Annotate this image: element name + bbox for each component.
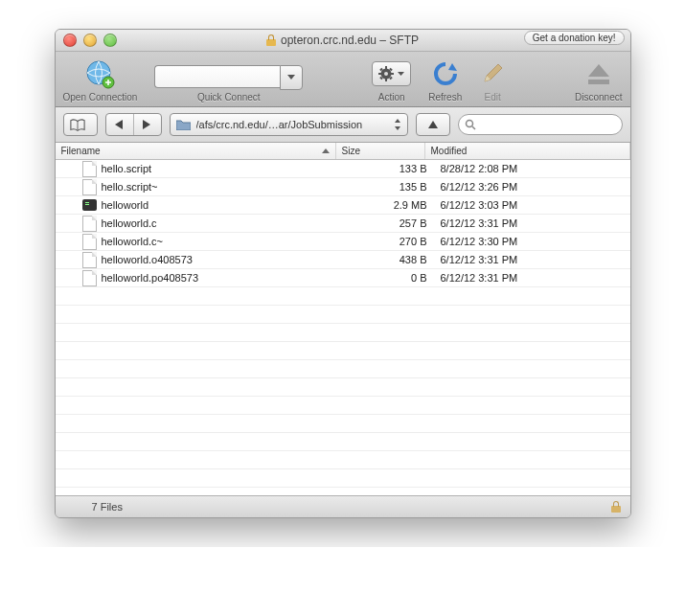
- quick-connect-input[interactable]: [154, 65, 280, 88]
- file-icon: [82, 252, 97, 268]
- file-name: helloworld.o408573: [102, 254, 193, 265]
- chevron-down-icon: [287, 75, 295, 80]
- column-modified-label: Modified: [431, 146, 468, 156]
- book-icon: [70, 119, 85, 131]
- empty-row: [56, 451, 630, 469]
- chevron-down-icon: [398, 72, 404, 77]
- file-row[interactable]: hello.script133 B8/28/12 2:08 PM: [56, 160, 630, 178]
- svg-point-3: [384, 72, 388, 76]
- up-down-arrows-icon: [394, 119, 401, 130]
- file-name: helloworld.c~: [102, 236, 164, 247]
- action-label: Action: [378, 92, 405, 103]
- pencil-icon: [479, 60, 506, 87]
- file-modified: 6/12/12 3:26 PM: [435, 181, 630, 193]
- file-size: 270 B: [351, 236, 435, 247]
- sort-ascending-icon: [322, 148, 330, 153]
- go-up-button[interactable]: [416, 113, 450, 136]
- sftp-window: opteron.crc.nd.edu – SFTP Get a donation…: [55, 29, 631, 518]
- empty-row: [56, 287, 630, 306]
- search-icon: [465, 119, 476, 130]
- empty-row: [56, 433, 630, 451]
- refresh-button[interactable]: Refresh: [428, 57, 462, 103]
- toolbar: Open Connection Quick Connect: [56, 52, 630, 107]
- close-window-button[interactable]: [63, 34, 77, 47]
- column-size[interactable]: Size: [336, 143, 425, 159]
- svg-point-14: [466, 121, 472, 127]
- file-modified: 6/12/12 3:30 PM: [435, 236, 630, 247]
- file-icon: [82, 161, 97, 177]
- disconnect-button[interactable]: Disconnect: [575, 57, 622, 103]
- column-modified[interactable]: Modified: [425, 143, 630, 159]
- triangle-right-icon: [143, 120, 151, 129]
- file-size: 135 B: [351, 181, 435, 193]
- svg-rect-4: [385, 66, 387, 69]
- quick-connect-label: Quick Connect: [197, 92, 261, 103]
- file-name: hello.script~: [102, 181, 158, 193]
- file-list[interactable]: hello.script133 B8/28/12 2:08 PMhello.sc…: [56, 160, 630, 495]
- search-field[interactable]: [458, 114, 623, 135]
- file-modified: 8/28/12 2:08 PM: [435, 163, 630, 174]
- refresh-icon: [431, 59, 460, 88]
- triangle-up-icon: [428, 121, 438, 128]
- open-connection-button[interactable]: Open Connection: [63, 57, 138, 103]
- executable-icon: [82, 199, 97, 211]
- column-filename[interactable]: Filename: [56, 143, 336, 159]
- empty-row: [56, 397, 630, 415]
- eject-icon: [584, 60, 613, 87]
- path-text: /afs/crc.nd.edu/…ar/JobSubmission: [196, 119, 388, 130]
- file-icon: [82, 216, 97, 232]
- file-row[interactable]: helloworld.po4085730 B6/12/12 3:31 PM: [56, 269, 630, 287]
- path-popup[interactable]: /afs/crc.nd.edu/…ar/JobSubmission: [170, 113, 408, 136]
- zoom-window-button[interactable]: [103, 34, 117, 47]
- file-size: 257 B: [351, 217, 435, 229]
- file-name: helloworld.c: [102, 217, 157, 229]
- nav-forward-button[interactable]: [134, 114, 161, 135]
- gear-icon: [378, 66, 394, 81]
- file-icon: [82, 179, 97, 195]
- svg-rect-7: [391, 73, 394, 75]
- status-text: 7 Files: [65, 501, 123, 513]
- file-modified: 6/12/12 3:31 PM: [435, 272, 630, 284]
- search-input[interactable]: [480, 118, 616, 131]
- nav-back-button[interactable]: [106, 114, 133, 135]
- file-name: helloworld.po408573: [102, 272, 199, 284]
- file-name: hello.script: [102, 163, 152, 174]
- bookmarks-button[interactable]: [63, 113, 98, 136]
- svg-rect-12: [588, 80, 609, 84]
- file-modified: 6/12/12 3:31 PM: [435, 217, 630, 229]
- file-row[interactable]: hello.script~135 B6/12/12 3:26 PM: [56, 178, 630, 196]
- file-icon: [82, 270, 97, 286]
- window-controls: [56, 34, 117, 47]
- file-size: 438 B: [351, 254, 435, 265]
- refresh-label: Refresh: [428, 92, 462, 103]
- quick-connect-dropdown[interactable]: [280, 65, 303, 90]
- status-bar: 7 Files: [56, 495, 630, 517]
- empty-row: [56, 342, 630, 360]
- file-row[interactable]: helloworld.c~270 B6/12/12 3:30 PM: [56, 233, 630, 251]
- empty-row: [56, 360, 630, 378]
- file-row[interactable]: helloworld2.9 MB6/12/12 3:03 PM: [56, 196, 630, 215]
- minimize-window-button[interactable]: [83, 34, 97, 47]
- empty-row: [56, 488, 630, 495]
- donation-button[interactable]: Get a donation key!: [524, 31, 625, 45]
- action-button[interactable]: Action: [372, 57, 411, 103]
- file-row[interactable]: helloworld.o408573438 B6/12/12 3:31 PM: [56, 251, 630, 269]
- svg-line-15: [472, 126, 475, 129]
- empty-row: [56, 415, 630, 433]
- edit-button: Edit: [479, 57, 506, 103]
- window-title-text: opteron.crc.nd.edu – SFTP: [281, 34, 419, 47]
- empty-row: [56, 469, 630, 488]
- file-icon: [82, 234, 97, 250]
- triangle-left-icon: [115, 120, 124, 129]
- empty-row: [56, 378, 630, 397]
- file-size: 0 B: [351, 272, 435, 284]
- empty-row: [56, 306, 630, 324]
- edit-label: Edit: [485, 92, 501, 103]
- file-size: 2.9 MB: [351, 199, 435, 211]
- lock-icon: [611, 501, 621, 513]
- column-headers: Filename Size Modified: [56, 143, 630, 160]
- pathbar: /afs/crc.nd.edu/…ar/JobSubmission: [56, 107, 630, 143]
- column-size-label: Size: [342, 146, 360, 156]
- file-row[interactable]: helloworld.c257 B6/12/12 3:31 PM: [56, 215, 630, 233]
- open-connection-label: Open Connection: [63, 92, 138, 103]
